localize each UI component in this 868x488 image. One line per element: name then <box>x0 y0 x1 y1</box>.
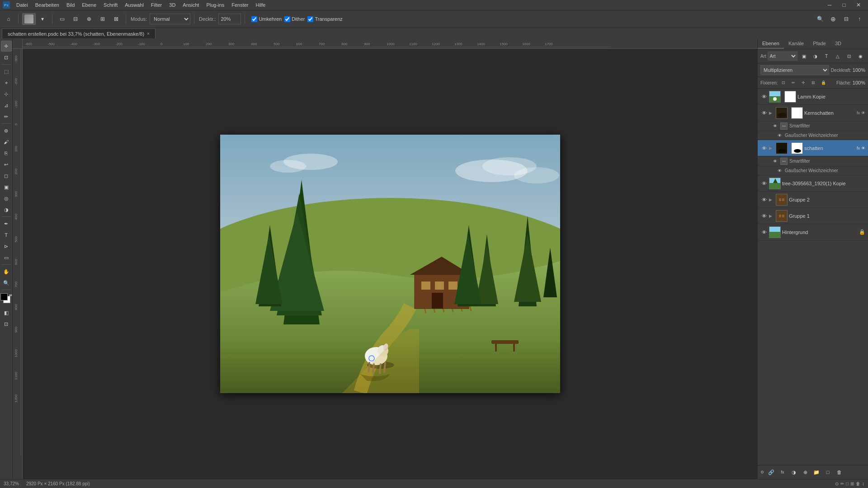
filter-adj-btn[interactable]: ◑ <box>810 51 820 61</box>
menu-plugins[interactable]: Plug-ins <box>203 1 228 9</box>
menu-ebene[interactable]: Ebene <box>78 1 100 9</box>
minimize-button[interactable]: ─ <box>824 0 835 11</box>
visibility-icon[interactable]: 👁 <box>760 229 768 236</box>
stamp-tool[interactable]: ⎘ <box>1 148 12 159</box>
quick-mask-btn[interactable]: ◧ <box>1 307 12 318</box>
document-tab[interactable]: schatten erstellen.psdc bei 33,7% (schat… <box>2 28 156 38</box>
brush-mode-2[interactable]: ⊟ <box>70 13 81 25</box>
menu-bild[interactable]: Bild <box>63 1 78 9</box>
eyedropper-tool[interactable]: ✏ <box>1 111 12 122</box>
opacity-input[interactable] <box>218 14 241 24</box>
brush-mode-4[interactable]: ⊞ <box>97 13 108 25</box>
new-group-btn[interactable]: 📁 <box>811 467 821 477</box>
healing-brush-tool[interactable]: ⊛ <box>1 125 12 136</box>
lock-transparent-btn[interactable]: ⊡ <box>779 79 788 87</box>
marquee-tool[interactable]: ⬚ <box>1 66 12 77</box>
visibility-icon[interactable]: 👁 <box>760 196 768 203</box>
shape-tool[interactable]: ▭ <box>1 252 12 263</box>
pen-tool[interactable]: ✒ <box>1 218 12 229</box>
object-selection-tool[interactable]: ⊹ <box>1 89 12 99</box>
delete-layer-btn[interactable]: 🗑 <box>834 467 844 477</box>
eraser-tool[interactable]: ◻ <box>1 170 12 181</box>
lasso-tool[interactable]: ⌖ <box>1 77 12 88</box>
brush-tool[interactable]: 🖌 <box>1 136 12 147</box>
layer-kernschatten[interactable]: 👁 ▶ Kernschatten fx 👁 <box>758 105 868 121</box>
swap-colors-button[interactable]: ⇄ <box>9 293 12 297</box>
hand-tool[interactable]: ✋ <box>1 266 12 277</box>
filter-pixel-btn[interactable]: ▣ <box>799 51 809 61</box>
mode-select[interactable]: Normal <box>150 14 190 24</box>
search-icon[interactable]: 🔍 <box>814 13 826 25</box>
foreground-color-swatch[interactable] <box>0 293 8 300</box>
layer-hintergrund[interactable]: 👁 Hintergrund 🔒 <box>758 224 868 240</box>
crop-tool[interactable]: ⊿ <box>1 100 12 111</box>
gradient-tool[interactable]: ▣ <box>1 182 12 192</box>
lock-artboard-btn[interactable]: ⊞ <box>809 79 817 87</box>
new-layer-btn[interactable]: □ <box>823 467 833 477</box>
transparency-label[interactable]: Transparenz <box>307 16 342 22</box>
layer-tree-kopie[interactable]: 👁 tree-3095663_1920(1) Kopie <box>758 175 868 192</box>
filter-kind-select[interactable]: Art <box>768 52 797 61</box>
menu-datei[interactable]: Datei <box>13 1 32 9</box>
menu-schrift[interactable]: Schrift <box>100 1 121 9</box>
dither-checkbox[interactable] <box>284 16 290 22</box>
history-brush-tool[interactable]: ↩ <box>1 159 12 170</box>
brush-mode-5[interactable]: ⊠ <box>110 13 122 25</box>
lock-position-btn[interactable]: ✛ <box>799 79 807 87</box>
share-icon[interactable]: ↑ <box>854 13 865 25</box>
blur-tool[interactable]: ◎ <box>1 193 12 204</box>
move-tool-home[interactable]: ⌂ <box>3 13 14 25</box>
visibility-icon[interactable]: 👁 <box>760 145 768 152</box>
tab-close-button[interactable]: × <box>147 31 150 36</box>
menu-3d[interactable]: 3D <box>165 1 179 9</box>
link-layers-btn[interactable]: 🔗 <box>766 467 776 477</box>
maximize-button[interactable]: □ <box>838 0 850 11</box>
menu-hilfe[interactable]: Hilfe <box>252 1 269 9</box>
menu-ansicht[interactable]: Ansicht <box>179 1 203 9</box>
tab-ebenen[interactable]: Ebenen <box>758 39 784 49</box>
layer-style-btn[interactable]: fx <box>778 467 788 477</box>
menu-auswahl[interactable]: Auswahl <box>121 1 147 9</box>
filter-shape-btn[interactable]: △ <box>833 51 843 61</box>
visibility-icon[interactable]: 👁 <box>776 132 783 139</box>
layer-smartfilter-2[interactable]: 👁 Smartfilter <box>758 156 868 166</box>
type-tool[interactable]: T <box>1 230 12 240</box>
path-select-tool[interactable]: ⊳ <box>1 241 12 252</box>
filter-toggle[interactable]: ◉ <box>855 51 865 61</box>
layer-lamm-kopie[interactable]: 👁 Lamm Kopie <box>758 89 868 105</box>
tab-3d[interactable]: 3D <box>830 39 846 49</box>
filter-type-btn[interactable]: T <box>821 51 831 61</box>
visibility-icon[interactable]: 👁 <box>760 212 768 220</box>
layer-smartfilter-1[interactable]: 👁 Smartfilter <box>758 121 868 131</box>
visibility-icon[interactable]: 👁 <box>760 109 768 117</box>
layer-gauss-1[interactable]: 👁 Gaußscher Weichzeichner <box>758 131 868 140</box>
brush-mode-normal[interactable]: ▭ <box>56 13 68 25</box>
blend-mode-select[interactable]: Multiplizieren <box>760 65 829 75</box>
layer-mask-btn[interactable]: ◑ <box>789 467 799 477</box>
close-button[interactable]: ✕ <box>853 0 864 11</box>
menu-fenster[interactable]: Fenster <box>228 1 252 9</box>
panel-toggle[interactable]: ⊟ <box>840 13 852 25</box>
brush-dropdown[interactable]: ▾ <box>37 13 48 25</box>
tab-kanaele[interactable]: Kanäle <box>784 39 808 49</box>
visibility-icon[interactable]: 👁 <box>771 158 778 165</box>
visibility-icon[interactable]: 👁 <box>760 180 768 187</box>
expand-icon[interactable]: ▶ <box>769 146 774 150</box>
zoom-tool[interactable]: 🔍 <box>1 277 12 288</box>
layer-gruppe-1[interactable]: 👁 ▶ Gruppe 1 <box>758 208 868 224</box>
invert-checkbox[interactable] <box>251 16 257 22</box>
move-tool[interactable]: ✛ <box>1 41 12 52</box>
visibility-icon[interactable]: 👁 <box>776 167 783 174</box>
opacity-value[interactable]: 100% <box>853 67 865 73</box>
menu-bearbeiten[interactable]: Bearbeiten <box>32 1 63 9</box>
visibility-icon[interactable]: 👁 <box>760 93 768 100</box>
dodge-tool[interactable]: ◑ <box>1 204 12 215</box>
brush-mode-3[interactable]: ⊕ <box>83 13 95 25</box>
fill-value[interactable]: 100% <box>853 80 865 85</box>
screen-mode-btn[interactable]: ⊡ <box>1 319 12 329</box>
artboard-tool[interactable]: ⊡ <box>1 52 12 63</box>
layer-gruppe-2[interactable]: 👁 ▶ Gruppe 2 <box>758 192 868 208</box>
lock-all-btn[interactable]: 🔒 <box>819 79 827 87</box>
tab-pfade[interactable]: Pfade <box>808 39 830 49</box>
lock-paint-btn[interactable]: ✏ <box>789 79 797 87</box>
